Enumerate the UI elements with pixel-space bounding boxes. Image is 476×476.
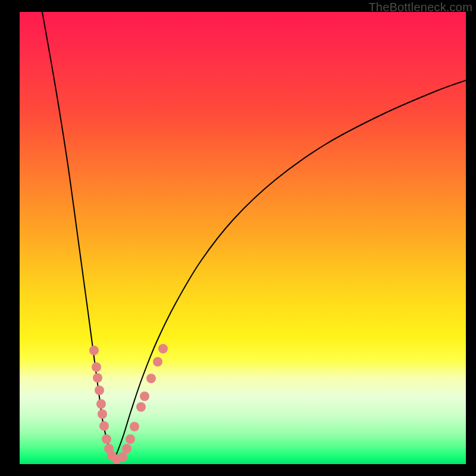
highlight-dot — [136, 402, 146, 412]
highlight-dot — [89, 346, 99, 355]
highlight-dot — [95, 386, 104, 395]
highlight-dot — [98, 409, 107, 419]
watermark-text: TheBottleneck.com — [368, 1, 472, 14]
highlight-dot — [118, 452, 127, 462]
curve-layer — [20, 12, 466, 464]
highlight-dot — [92, 362, 101, 372]
plot-area — [20, 12, 466, 464]
highlight-dot — [96, 399, 106, 409]
bottleneck-curve-right — [114, 80, 466, 459]
highlight-dot — [93, 373, 102, 383]
highlight-dot — [146, 374, 156, 383]
highlight-dot — [158, 344, 168, 353]
chart-frame: TheBottleneck.com — [0, 0, 476, 476]
highlight-dot — [140, 392, 149, 401]
highlight-dot — [122, 444, 131, 453]
highlight-dot — [102, 434, 111, 444]
highlight-dot — [126, 434, 135, 444]
highlight-dot — [130, 422, 139, 431]
highlight-dots-group — [89, 344, 168, 464]
highlight-dot — [99, 421, 109, 431]
highlight-dot — [153, 357, 162, 367]
